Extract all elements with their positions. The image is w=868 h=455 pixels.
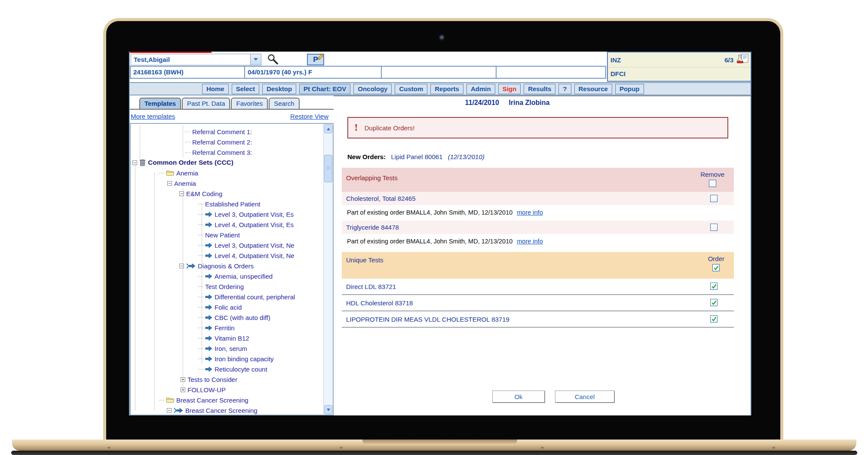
tree-item[interactable]: Test Ordering [131,281,323,292]
order-checkbox[interactable] [710,315,718,323]
scroll-up-icon[interactable] [324,124,332,133]
tree-item[interactable]: −Breast Cancer Screening [131,405,323,415]
tree-scrollbar[interactable] [323,124,333,415]
test-name: HDL Cholesterol 83718 [346,299,413,307]
tree-item[interactable]: Established Patient [131,199,323,209]
tree-item-label: New Patient [205,231,240,239]
tree-item-label: CBC (with auto diff) [215,314,270,321]
order-all-checkbox[interactable] [712,264,720,271]
tree-item-label: Reticulocyte count [215,366,267,373]
menu-item-desktop[interactable]: Desktop [262,84,296,94]
scrollbar-thumb[interactable] [324,155,332,182]
tab-templates[interactable]: Templates [139,98,181,109]
menu-item-home[interactable]: Home [202,84,229,94]
order-detail-row: Part of existing order BMALL4, John Smit… [342,234,734,249]
arrow-icon [205,346,212,351]
tree-guide [183,188,183,390]
tree-item[interactable]: Vitamin B12 [131,333,323,343]
tree-branch-stub [198,276,203,277]
expander-minus-icon[interactable]: − [179,191,184,196]
menu-item-sign[interactable]: Sign [498,84,521,94]
tree-item[interactable]: Level 3, Outpatient Visit, Ne [131,240,323,250]
scroll-down-icon[interactable] [324,405,332,414]
tree-item-label: Iron binding capacity [215,355,274,363]
remove-all-checkbox[interactable] [709,180,716,187]
double-arrow-icon [174,408,183,413]
tree-branch-stub [198,328,203,328]
tree-item-label: Established Patient [205,200,260,208]
cancel-button[interactable]: Cancel [555,390,614,403]
tree-item[interactable]: Level 3, Outpatient Visit, Es [131,209,323,219]
expander-minus-icon[interactable]: − [167,408,172,413]
tree-item[interactable]: Level 4, Outpatient Visit, Es [131,219,323,230]
tree-item[interactable]: Anemia [131,168,323,178]
tree-item[interactable]: Referral Comment 3: [131,147,323,157]
tree-branch-stub [198,204,203,204]
menu-item-custom[interactable]: Custom [395,84,427,94]
tab-past-pt-data[interactable]: Past Pt. Data [182,98,230,109]
expander-minus-icon[interactable]: − [179,264,184,268]
menu-item-resource[interactable]: Resource [574,84,612,94]
tree-item[interactable]: Iron binding capacity [131,354,323,364]
lab-flask-icon[interactable] [735,53,749,67]
tree-branch-stub [198,297,203,297]
ok-button[interactable]: Ok [492,390,545,403]
menu-item-pt-chart-eov[interactable]: Pt Chart: EOV [299,84,350,94]
tree-item[interactable]: −Diagnosis & Orders [131,261,323,271]
tree-item-label: Anemia [176,169,198,177]
tab-search[interactable]: Search [269,98,300,109]
tree-item[interactable]: Reticulocyte count [131,364,323,374]
remove-checkbox[interactable] [710,195,718,202]
tree-item[interactable]: Iron, serum [131,343,323,354]
tree-item[interactable]: Folic acid [131,302,323,312]
content-area: TemplatesPast Pt. DataFavoritesSearch Mo… [130,95,751,415]
tree-item[interactable]: +FOLLOW-UP [131,384,323,395]
duplicate-orders-alert: ! Duplicate Orders! [347,117,728,138]
tree-item[interactable]: Referral Comment 2: [131,137,323,147]
tree-item[interactable]: +Tests to Consider [131,374,323,384]
overlapping-tests-header: Overlapping Tests Remove [342,168,734,192]
lid-notch [362,440,517,445]
main-menu: HomeSelectDesktopPt Chart: EOVOncologyCu… [130,82,751,95]
menu-item-reports[interactable]: Reports [430,84,463,94]
patient-mrn-cell: 24168163 (BWH) [130,66,245,79]
pencil-icon [317,54,324,60]
tree-item[interactable]: CBC (with auto diff) [131,312,323,323]
tab-favorites[interactable]: Favorites [231,98,268,109]
expander-minus-icon[interactable]: − [167,181,172,186]
menu-item-help[interactable]: ? [558,84,571,94]
menu-item-admin[interactable]: Admin [466,84,495,94]
tree-item[interactable]: Differential count, peripheral [131,292,323,302]
order-checkbox[interactable] [710,283,718,290]
dropdown-chevron-icon[interactable] [250,54,261,65]
patient-edit-button[interactable]: P [307,54,324,65]
menu-item-results[interactable]: Results [524,84,555,94]
tree-item[interactable]: −E&M Coding [131,188,323,199]
tree-item[interactable]: Ferritin [131,323,323,333]
order-checkbox[interactable] [710,299,718,306]
more-info-link[interactable]: more info [517,238,543,245]
remove-checkbox[interactable] [710,224,718,231]
order-detail-text: Part of existing order BMALL4, John Smit… [347,238,512,245]
menu-item-oncology[interactable]: Oncology [353,84,392,94]
tree-guide [183,126,183,157]
tree-item[interactable]: Anemia, unspecified [131,271,323,281]
more-templates-link[interactable]: More templates [131,113,175,120]
tree-item[interactable]: −Anemia [131,178,323,188]
tree-item[interactable]: −Common Order Sets (CCC) [131,157,323,168]
tree-item[interactable]: Level 4, Outpatient Visit, Ne [131,250,323,261]
arrow-icon [205,356,212,362]
menu-item-popup[interactable]: Popup [615,84,644,94]
patient-name-dropdown[interactable]: Test,Abigail [131,54,261,65]
restore-view-link[interactable]: Restore View [290,113,328,120]
tree-item[interactable]: New Patient [131,230,323,240]
arrow-icon [205,325,212,331]
search-icon[interactable] [267,53,279,65]
tree-item[interactable]: Breast Cancer Screening [131,395,323,405]
laptop-shadow [11,451,857,455]
menu-item-select[interactable]: Select [232,84,259,94]
tree-item-label: Level 4, Outpatient Visit, Ne [215,252,294,259]
test-name: Triglyceride 84478 [346,224,399,231]
more-info-link[interactable]: more info [517,209,543,216]
tree-item[interactable]: Referral Comment 1: [131,126,323,137]
